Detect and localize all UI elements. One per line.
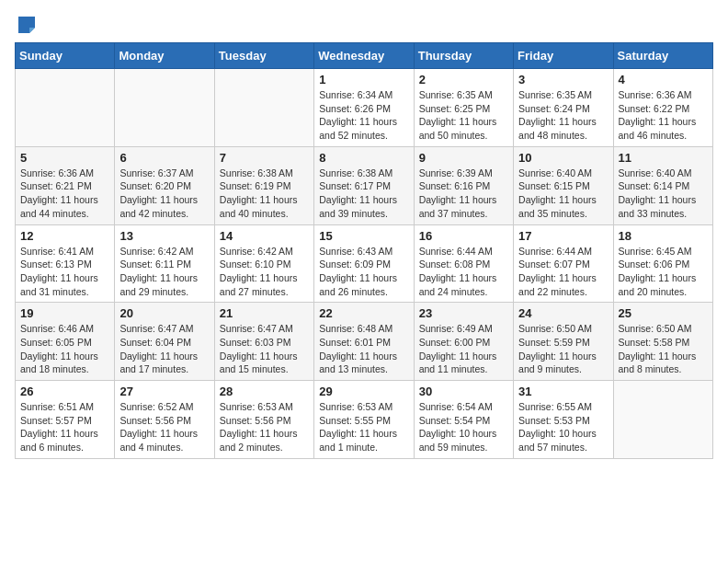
- day-info: Sunrise: 6:48 AM Sunset: 6:01 PM Dayligh…: [319, 322, 408, 376]
- weekday-header-wednesday: Wednesday: [314, 43, 414, 69]
- weekday-header-friday: Friday: [514, 43, 613, 69]
- day-info: Sunrise: 6:42 AM Sunset: 6:11 PM Dayligh…: [119, 245, 209, 299]
- day-number: 26: [20, 385, 109, 398]
- day-info: Sunrise: 6:38 AM Sunset: 6:17 PM Dayligh…: [319, 167, 408, 221]
- day-info: Sunrise: 6:49 AM Sunset: 6:00 PM Dayligh…: [419, 322, 508, 376]
- day-number: 16: [419, 229, 508, 243]
- calendar-cell: 28Sunrise: 6:53 AM Sunset: 5:56 PM Dayli…: [214, 381, 313, 459]
- calendar-cell: 29Sunrise: 6:53 AM Sunset: 5:55 PM Dayli…: [314, 381, 414, 459]
- day-info: Sunrise: 6:38 AM Sunset: 6:19 PM Dayligh…: [220, 167, 309, 221]
- weekday-header-sunday: Sunday: [16, 43, 115, 69]
- day-number: 27: [119, 385, 209, 398]
- calendar-cell: 23Sunrise: 6:49 AM Sunset: 6:00 PM Dayli…: [414, 303, 513, 381]
- calendar-week-5: 26Sunrise: 6:51 AM Sunset: 5:57 PM Dayli…: [16, 381, 713, 459]
- day-info: Sunrise: 6:35 AM Sunset: 6:24 PM Dayligh…: [518, 88, 608, 143]
- calendar-week-4: 19Sunrise: 6:46 AM Sunset: 6:05 PM Dayli…: [16, 303, 713, 381]
- calendar-cell: 22Sunrise: 6:48 AM Sunset: 6:01 PM Dayli…: [314, 303, 414, 381]
- weekday-header-saturday: Saturday: [613, 43, 712, 69]
- calendar-cell: [115, 69, 214, 147]
- day-number: 2: [419, 73, 508, 86]
- day-info: Sunrise: 6:53 AM Sunset: 5:55 PM Dayligh…: [319, 400, 408, 454]
- calendar-cell: 12Sunrise: 6:41 AM Sunset: 6:13 PM Dayli…: [16, 224, 115, 303]
- day-info: Sunrise: 6:46 AM Sunset: 6:05 PM Dayligh…: [20, 322, 109, 376]
- day-info: Sunrise: 6:43 AM Sunset: 6:09 PM Dayligh…: [319, 245, 408, 299]
- day-info: Sunrise: 6:50 AM Sunset: 5:58 PM Dayligh…: [619, 322, 708, 376]
- day-number: 5: [20, 151, 109, 165]
- calendar-cell: 5Sunrise: 6:36 AM Sunset: 6:21 PM Daylig…: [16, 146, 115, 224]
- day-number: 31: [518, 385, 608, 398]
- day-number: 7: [220, 151, 309, 165]
- calendar-cell: 17Sunrise: 6:44 AM Sunset: 6:07 PM Dayli…: [514, 224, 613, 303]
- day-number: 9: [419, 151, 508, 165]
- calendar-cell: 18Sunrise: 6:45 AM Sunset: 6:06 PM Dayli…: [613, 224, 712, 303]
- calendar-cell: 27Sunrise: 6:52 AM Sunset: 5:56 PM Dayli…: [115, 381, 214, 459]
- calendar-cell: [16, 69, 115, 147]
- calendar-cell: 21Sunrise: 6:47 AM Sunset: 6:03 PM Dayli…: [214, 303, 313, 381]
- page-header: [15, 15, 713, 31]
- day-number: 29: [319, 385, 408, 398]
- day-info: Sunrise: 6:35 AM Sunset: 6:25 PM Dayligh…: [419, 88, 508, 143]
- calendar-week-2: 5Sunrise: 6:36 AM Sunset: 6:21 PM Daylig…: [16, 146, 713, 224]
- day-number: 15: [319, 229, 408, 243]
- calendar-cell: 30Sunrise: 6:54 AM Sunset: 5:54 PM Dayli…: [414, 381, 513, 459]
- day-info: Sunrise: 6:44 AM Sunset: 6:08 PM Dayligh…: [419, 245, 508, 299]
- calendar-cell: 4Sunrise: 6:36 AM Sunset: 6:22 PM Daylig…: [613, 69, 712, 147]
- day-info: Sunrise: 6:36 AM Sunset: 6:21 PM Dayligh…: [20, 167, 109, 221]
- day-info: Sunrise: 6:40 AM Sunset: 6:15 PM Dayligh…: [518, 167, 608, 221]
- day-number: 21: [220, 306, 309, 320]
- calendar-cell: 13Sunrise: 6:42 AM Sunset: 6:11 PM Dayli…: [115, 224, 214, 303]
- day-number: 10: [518, 151, 608, 165]
- calendar-cell: 26Sunrise: 6:51 AM Sunset: 5:57 PM Dayli…: [16, 381, 115, 459]
- day-number: 23: [419, 306, 508, 320]
- day-number: 30: [419, 385, 508, 398]
- day-info: Sunrise: 6:39 AM Sunset: 6:16 PM Dayligh…: [419, 167, 508, 221]
- calendar-cell: 10Sunrise: 6:40 AM Sunset: 6:15 PM Dayli…: [514, 146, 613, 224]
- calendar-cell: 8Sunrise: 6:38 AM Sunset: 6:17 PM Daylig…: [314, 146, 414, 224]
- day-number: 18: [619, 229, 708, 243]
- day-number: 6: [119, 151, 209, 165]
- day-number: 1: [319, 73, 408, 86]
- day-info: Sunrise: 6:34 AM Sunset: 6:26 PM Dayligh…: [319, 88, 408, 143]
- logo: [15, 15, 37, 31]
- weekday-header-monday: Monday: [115, 43, 214, 69]
- day-info: Sunrise: 6:42 AM Sunset: 6:10 PM Dayligh…: [220, 245, 309, 299]
- day-number: 14: [220, 229, 309, 243]
- calendar-cell: 2Sunrise: 6:35 AM Sunset: 6:25 PM Daylig…: [414, 69, 513, 147]
- day-number: 22: [319, 306, 408, 320]
- day-number: 24: [518, 306, 608, 320]
- calendar-cell: 1Sunrise: 6:34 AM Sunset: 6:26 PM Daylig…: [314, 69, 414, 147]
- day-number: 19: [20, 306, 109, 320]
- day-info: Sunrise: 6:55 AM Sunset: 5:53 PM Dayligh…: [518, 400, 608, 454]
- day-info: Sunrise: 6:51 AM Sunset: 5:57 PM Dayligh…: [20, 400, 109, 454]
- calendar-table: SundayMondayTuesdayWednesdayThursdayFrid…: [15, 42, 713, 459]
- day-number: 3: [518, 73, 608, 86]
- day-info: Sunrise: 6:41 AM Sunset: 6:13 PM Dayligh…: [20, 245, 109, 299]
- day-info: Sunrise: 6:50 AM Sunset: 5:59 PM Dayligh…: [518, 322, 608, 376]
- day-info: Sunrise: 6:53 AM Sunset: 5:56 PM Dayligh…: [220, 400, 309, 454]
- day-number: 8: [319, 151, 408, 165]
- day-number: 12: [20, 229, 109, 243]
- logo-icon: [17, 15, 37, 35]
- day-info: Sunrise: 6:36 AM Sunset: 6:22 PM Dayligh…: [619, 88, 708, 143]
- day-number: 17: [518, 229, 608, 243]
- day-info: Sunrise: 6:40 AM Sunset: 6:14 PM Dayligh…: [619, 167, 708, 221]
- day-number: 25: [619, 306, 708, 320]
- calendar-cell: 6Sunrise: 6:37 AM Sunset: 6:20 PM Daylig…: [115, 146, 214, 224]
- day-number: 4: [619, 73, 708, 86]
- day-info: Sunrise: 6:54 AM Sunset: 5:54 PM Dayligh…: [419, 400, 508, 454]
- calendar-cell: 25Sunrise: 6:50 AM Sunset: 5:58 PM Dayli…: [613, 303, 712, 381]
- calendar-week-3: 12Sunrise: 6:41 AM Sunset: 6:13 PM Dayli…: [16, 224, 713, 303]
- calendar-cell: 7Sunrise: 6:38 AM Sunset: 6:19 PM Daylig…: [214, 146, 313, 224]
- day-info: Sunrise: 6:47 AM Sunset: 6:04 PM Dayligh…: [119, 322, 209, 376]
- day-info: Sunrise: 6:37 AM Sunset: 6:20 PM Dayligh…: [119, 167, 209, 221]
- day-number: 20: [119, 306, 209, 320]
- day-info: Sunrise: 6:52 AM Sunset: 5:56 PM Dayligh…: [119, 400, 209, 454]
- day-info: Sunrise: 6:47 AM Sunset: 6:03 PM Dayligh…: [220, 322, 309, 376]
- calendar-cell: 24Sunrise: 6:50 AM Sunset: 5:59 PM Dayli…: [514, 303, 613, 381]
- day-info: Sunrise: 6:45 AM Sunset: 6:06 PM Dayligh…: [619, 245, 708, 299]
- calendar-cell: 20Sunrise: 6:47 AM Sunset: 6:04 PM Dayli…: [115, 303, 214, 381]
- calendar-cell: 16Sunrise: 6:44 AM Sunset: 6:08 PM Dayli…: [414, 224, 513, 303]
- day-info: Sunrise: 6:44 AM Sunset: 6:07 PM Dayligh…: [518, 245, 608, 299]
- calendar-cell: 3Sunrise: 6:35 AM Sunset: 6:24 PM Daylig…: [514, 69, 613, 147]
- calendar-cell: 15Sunrise: 6:43 AM Sunset: 6:09 PM Dayli…: [314, 224, 414, 303]
